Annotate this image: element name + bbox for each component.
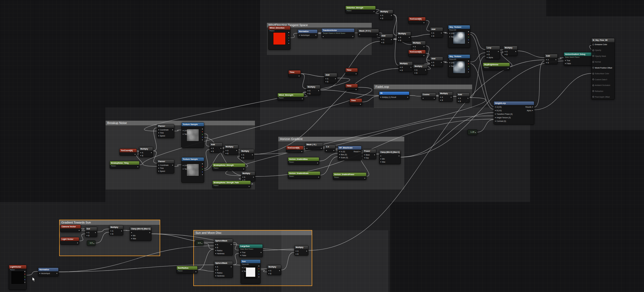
output-pin[interactable] — [201, 242, 203, 245]
output-pin[interactable] — [423, 21, 425, 24]
output-pin[interactable] — [468, 33, 469, 36]
mask-g-node[interactable]: Mask ( G ) — [305, 142, 323, 150]
output-pin[interactable] — [149, 231, 150, 234]
output-pin[interactable] — [450, 96, 452, 98]
input-pin[interactable]: B — [381, 41, 384, 44]
input-pin[interactable]: B — [398, 39, 401, 42]
main-material-node[interactable]: M_Sky_Flow_WIEmissive ColorOpacityOpacit… — [591, 38, 615, 100]
output-pin[interactable] — [498, 50, 499, 53]
heightlerp-node[interactable]: HeightLerpA (V3)B (V3)Transition Phase (… — [494, 101, 534, 125]
input-pin[interactable]: Coordinate — [158, 129, 169, 131]
multiply-11-node[interactable]: MultiplyAB — [240, 149, 254, 159]
dot-1-node[interactable]: DotAB — [85, 227, 97, 237]
material-input-pin[interactable]: Opacity Mask — [592, 55, 614, 57]
input-pin[interactable]: A — [414, 69, 417, 71]
output-pin[interactable] — [410, 66, 412, 69]
input-pin[interactable]: A — [307, 89, 310, 92]
output-pin[interactable] — [121, 230, 122, 232]
add-3-node[interactable]: AddAB — [430, 57, 443, 67]
output-pin[interactable] — [441, 61, 442, 64]
input-pin[interactable]: B — [307, 92, 310, 95]
largesun-node[interactable]: LargeSunStatic Bool ParamTrueFalse — [239, 244, 263, 257]
input-pin[interactable]: B — [268, 272, 271, 275]
output-pin[interactable] — [302, 98, 303, 100]
output-pin[interactable] — [374, 154, 375, 156]
input-pin[interactable]: In (S) — [339, 150, 345, 153]
output-pin[interactable] — [441, 32, 442, 34]
input-pin[interactable]: B — [487, 53, 490, 56]
input-pin[interactable]: B — [110, 233, 113, 235]
output-pin[interactable] — [248, 185, 250, 188]
input-pin[interactable]: UVs — [182, 164, 188, 167]
output-pin[interactable] — [151, 151, 152, 154]
output-pin[interactable] — [468, 63, 469, 65]
input-pin[interactable]: Multiply (1) Result — [380, 96, 396, 98]
input-pin[interactable]: Tex — [182, 133, 187, 135]
multiply-7-node[interactable]: MultiplyAB — [306, 85, 320, 95]
output-pin[interactable] — [288, 34, 289, 36]
breakupnoise-strength-node[interactable]: BreakupNoise_StrengthParam — [212, 163, 245, 171]
multiply-2-node[interactable]: MultiplyAB — [397, 32, 411, 42]
output-pin[interactable] — [202, 128, 203, 130]
input-pin[interactable]: Radius — [215, 249, 222, 252]
input-pin[interactable]: Exp — [364, 157, 369, 159]
multiply-8-node[interactable]: MultiplyAB — [439, 91, 453, 102]
output-pin[interactable] — [56, 272, 58, 275]
const-125-node[interactable]: 1.25 — [468, 129, 477, 135]
texcoord-4-node[interactable]: TexCoord[0] — [286, 146, 304, 153]
output-pin[interactable] — [78, 229, 80, 232]
output-pin[interactable] — [258, 270, 260, 273]
output-pin[interactable] — [515, 50, 516, 53]
material-input-pin[interactable]: Opacity — [592, 49, 614, 51]
output-pin[interactable] — [318, 89, 319, 92]
horizongradient-debug-node[interactable]: HorizonGradient_DebugStatic Switch Param… — [564, 52, 596, 66]
sky-brightness-node[interactable]: SkyBrightnessParam — [483, 63, 510, 70]
horizon-gradientbias-node[interactable]: Horizon_GradientBiasParam — [288, 157, 319, 165]
input-pin[interactable]: B — [380, 17, 383, 20]
input-pin[interactable]: B — [215, 269, 218, 271]
output-pin[interactable] — [468, 65, 469, 68]
input-pin[interactable]: A — [487, 50, 490, 53]
const-05b-node[interactable]: 0.5 — [195, 240, 204, 246]
multiply-6-node[interactable]: MultiplyAB — [503, 46, 517, 56]
material-input-pin[interactable]: Normal — [592, 61, 614, 63]
input-pin[interactable]: Bias (S) — [339, 153, 347, 156]
input-pin[interactable]: Alpha — [487, 56, 493, 59]
output-pin[interactable] — [398, 155, 400, 157]
output-pin[interactable] — [475, 131, 476, 134]
material-input-pin[interactable]: Ambient Occlusion — [592, 84, 614, 86]
output-pin[interactable] — [202, 139, 203, 141]
camera-vector-node[interactable]: Camera Vector — [60, 225, 81, 232]
material-input-pin[interactable]: World Position Offset — [592, 67, 614, 69]
input-pin[interactable] — [422, 97, 424, 100]
input-pin[interactable]: B — [225, 152, 228, 155]
output-pin[interactable] — [298, 75, 300, 77]
output-pin[interactable] — [468, 68, 469, 70]
input-pin[interactable]: B — [414, 72, 417, 74]
input-pin[interactable]: UVs — [449, 32, 454, 35]
output-pin[interactable] — [95, 231, 96, 234]
input-pin[interactable]: Tex — [182, 168, 187, 170]
input-pin[interactable]: A — [295, 250, 298, 252]
output-pin[interactable] — [315, 34, 317, 36]
output-pin[interactable] — [260, 251, 262, 254]
input-pin[interactable]: Speed — [158, 170, 165, 172]
output-pin[interactable] — [288, 31, 289, 34]
input-pin[interactable]: Height Texture (S) — [495, 116, 511, 119]
output-pin[interactable] — [202, 171, 203, 173]
sun-tex-node[interactable]: SunParam2DUVsTex — [241, 259, 261, 284]
time-1-node[interactable]: Time — [288, 70, 301, 77]
output-pin[interactable] — [355, 73, 357, 75]
input-pin[interactable]: True — [565, 59, 570, 62]
input-pin[interactable]: Min — [131, 234, 135, 237]
multiply-13-node[interactable]: MultiplyAB — [109, 225, 123, 235]
wind-strength-node[interactable]: Wind_StrengthParam — [277, 93, 304, 101]
normalize-2-node[interactable]: NormalizeVectorInput — [38, 268, 59, 276]
material-input-pin[interactable]: Emissive Color — [592, 44, 614, 45]
input-pin[interactable]: A — [110, 230, 113, 232]
output-pin[interactable] — [202, 163, 203, 165]
input-pin[interactable]: A — [440, 96, 443, 98]
output-pin[interactable] — [333, 149, 334, 152]
comment-title[interactable]: Gradient Towards Sun — [60, 220, 160, 225]
input-pin[interactable]: A — [400, 66, 403, 69]
